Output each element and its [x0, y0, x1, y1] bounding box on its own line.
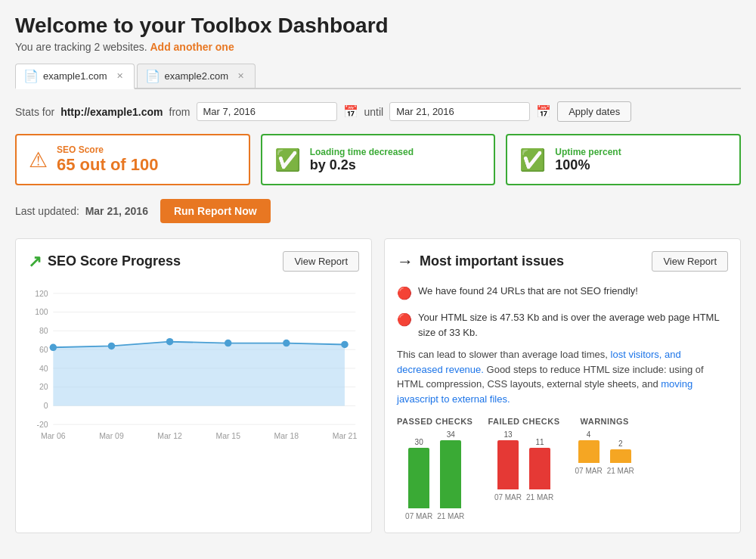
check-icon-2: ✅	[519, 148, 546, 172]
score-cards: ⚠ SEO Score 65 out of 100 ✅ Loading time…	[15, 134, 741, 185]
seo-progress-panel: ↗ SEO Score Progress View Report 120 100…	[15, 238, 372, 533]
updated-prefix: Last updated: Mar 21, 2016	[15, 205, 148, 217]
passed-val-2: 34	[447, 430, 455, 439]
updated-date: Mar 21, 2016	[85, 205, 148, 217]
error-icon-1: 🔴	[397, 284, 412, 303]
calendar-icon: 📅	[343, 104, 358, 119]
passed-checks-title: PASSED CHECKS	[397, 417, 472, 426]
svg-text:Mar 09: Mar 09	[99, 432, 124, 440]
passed-bar-1: 30 07 MAR	[405, 438, 432, 520]
svg-marker-16	[53, 342, 345, 406]
tab-example1[interactable]: 📄 example1.com ✕	[15, 64, 135, 89]
svg-point-21	[283, 340, 290, 347]
failed-val-1: 13	[503, 430, 512, 439]
svg-text:40: 40	[39, 365, 48, 373]
svg-text:60: 60	[39, 346, 48, 354]
issue-item-2: 🔴 Your HTML size is 47.53 Kb and is over…	[397, 310, 728, 340]
until-label: until	[364, 106, 384, 118]
stats-domain: http://example1.com	[60, 106, 163, 118]
failed-checks-group: FAILED CHECKS 13 07 MAR 11 21 MAR	[488, 417, 559, 520]
trending-up-icon: ↗	[28, 252, 42, 272]
svg-text:Mar 21: Mar 21	[333, 432, 358, 440]
svg-text:0: 0	[44, 402, 48, 410]
run-report-button[interactable]: Run Report Now	[160, 199, 271, 223]
failed-bar-1: 13 07 MAR	[494, 430, 522, 502]
stats-bar: Stats for http://example1.com from 📅 unt…	[15, 101, 741, 122]
passed-bar-rect-1	[408, 448, 429, 508]
seo-view-report-button[interactable]: View Report	[283, 251, 359, 272]
seo-score-card: ⚠ SEO Score 65 out of 100	[15, 134, 250, 185]
svg-point-20	[225, 340, 232, 347]
issues-view-report-button[interactable]: View Report	[652, 251, 728, 272]
failed-date-2: 21 MAR	[526, 493, 553, 502]
stats-prefix: Stats for	[15, 106, 54, 118]
warning-date-1: 07 MAR	[575, 467, 603, 475]
tab-close[interactable]: ✕	[116, 71, 123, 81]
page-container: Welcome to your Toolbox Dashboard You ar…	[0, 0, 756, 547]
svg-text:Mar 18: Mar 18	[274, 432, 299, 440]
warnings-title: WARNINGS	[580, 417, 629, 426]
tab-label: example1.com	[43, 70, 107, 82]
svg-point-18	[108, 343, 116, 350]
svg-text:Mar 12: Mar 12	[157, 432, 182, 440]
add-website-link[interactable]: Add another one	[150, 41, 234, 53]
warning-icon: ⚠	[29, 148, 48, 172]
svg-point-22	[341, 341, 349, 349]
panels: ↗ SEO Score Progress View Report 120 100…	[15, 238, 741, 533]
updated-bar: Last updated: Mar 21, 2016 Run Report No…	[15, 199, 741, 223]
from-date-input[interactable]	[197, 102, 337, 121]
svg-text:80: 80	[39, 327, 48, 335]
tab-label: example2.com	[165, 70, 229, 82]
seo-score-value: 65 out of 100	[57, 155, 158, 175]
arrow-right-icon: →	[397, 252, 414, 272]
seo-score-text: SEO Score 65 out of 100	[57, 144, 158, 175]
passed-bar-rect-2	[440, 440, 461, 508]
warnings-group: WARNINGS 4 07 MAR 2 21 MAR	[575, 417, 634, 520]
seo-chart: 120 100 80 60 40 20 0 -20	[28, 284, 359, 450]
calendar-icon-2: 📅	[536, 104, 551, 119]
warning-bar-rect-2	[610, 449, 631, 463]
loading-time-card: ✅ Loading time decreased by 0.2s	[261, 134, 496, 185]
tab-icon: 📄	[23, 69, 39, 83]
tabs-bar: 📄 example1.com ✕ 📄 example2.com ✕	[15, 64, 741, 89]
failed-bar-2: 11 21 MAR	[526, 438, 553, 502]
warning-date-2: 21 MAR	[607, 467, 634, 475]
tab-example2[interactable]: 📄 example2.com ✕	[137, 64, 256, 88]
warning-val-1: 4	[587, 430, 591, 439]
svg-text:Mar 06: Mar 06	[41, 432, 66, 440]
issues-panel: → Most important issues View Report 🔴 We…	[384, 238, 741, 533]
passed-date-2: 21 MAR	[437, 512, 464, 520]
check-icon: ✅	[274, 148, 301, 172]
passed-date-1: 07 MAR	[405, 512, 432, 520]
warning-bar-1: 4 07 MAR	[575, 430, 603, 475]
bar-charts: PASSED CHECKS 30 07 MAR 34 21 MAR	[397, 417, 728, 520]
tab-close[interactable]: ✕	[237, 71, 244, 81]
seo-panel-title: ↗ SEO Score Progress	[28, 252, 181, 272]
issue-description: This can lead to slower than average loa…	[397, 347, 728, 406]
until-date-input[interactable]	[389, 102, 530, 121]
apply-dates-button[interactable]: Apply dates	[557, 101, 631, 122]
seo-panel-header: ↗ SEO Score Progress View Report	[28, 251, 359, 272]
passed-bars: 30 07 MAR 34 21 MAR	[405, 430, 464, 520]
loading-time-value: by 0.2s	[310, 157, 414, 173]
seo-score-label: SEO Score	[57, 144, 158, 155]
warning-bars: 4 07 MAR 2 21 MAR	[575, 430, 634, 475]
svg-text:120: 120	[35, 290, 48, 298]
error-icon-2: 🔴	[397, 311, 412, 340]
issue-item-1: 🔴 We have found 24 URLs that are not SEO…	[397, 284, 728, 303]
svg-text:Mar 15: Mar 15	[215, 432, 240, 440]
issues-panel-header: → Most important issues View Report	[397, 251, 728, 272]
uptime-text: Uptime percent 100%	[555, 147, 621, 173]
issue-text-2: Your HTML size is 47.53 Kb and is over t…	[418, 310, 728, 340]
seo-chart-svg: 120 100 80 60 40 20 0 -20	[28, 284, 359, 450]
moving-js-link[interactable]: moving javascript to external files.	[397, 378, 692, 405]
loading-time-label: Loading time decreased	[310, 147, 414, 157]
subtitle: You are tracking 2 websites. Add another…	[15, 41, 741, 53]
failed-checks-title: FAILED CHECKS	[488, 417, 559, 426]
failed-val-2: 11	[536, 438, 544, 446]
uptime-label: Uptime percent	[555, 147, 621, 157]
passed-bar-2: 34 21 MAR	[437, 430, 464, 520]
lost-visitors-link[interactable]: lost visitors, and decreased revenue.	[397, 349, 681, 375]
tab-icon: 📄	[145, 69, 160, 83]
issues-panel-title: → Most important issues	[397, 252, 564, 272]
